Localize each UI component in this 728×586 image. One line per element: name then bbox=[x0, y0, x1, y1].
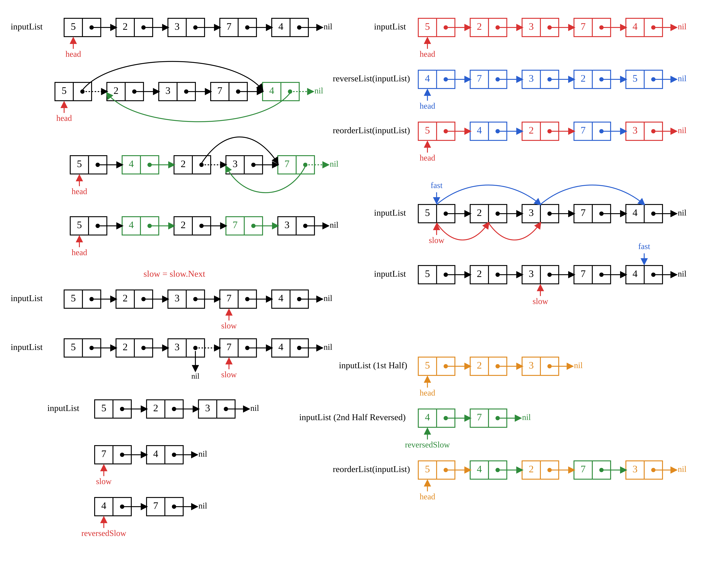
svg-text:3: 3 bbox=[175, 341, 180, 352]
svg-text:5: 5 bbox=[77, 158, 82, 169]
svg-text:5: 5 bbox=[101, 402, 106, 414]
svg-text:7: 7 bbox=[581, 207, 586, 218]
svg-text:3: 3 bbox=[529, 359, 534, 371]
svg-text:inputList: inputList bbox=[374, 208, 406, 218]
svg-text:7: 7 bbox=[227, 292, 232, 303]
svg-text:nil: nil bbox=[678, 464, 686, 474]
node-row: 54273nil bbox=[70, 217, 338, 235]
svg-text:2: 2 bbox=[123, 292, 128, 303]
svg-text:nil: nil bbox=[323, 294, 332, 303]
svg-text:7: 7 bbox=[285, 158, 290, 169]
svg-text:5: 5 bbox=[425, 21, 430, 32]
svg-text:4: 4 bbox=[101, 500, 106, 511]
svg-text:nil: nil bbox=[678, 74, 686, 83]
node-row: 523nil bbox=[418, 357, 583, 375]
svg-text:3: 3 bbox=[233, 158, 238, 169]
svg-text:5: 5 bbox=[425, 268, 430, 279]
svg-text:slow: slow bbox=[429, 236, 444, 245]
svg-text:nil: nil bbox=[199, 501, 207, 510]
node-row: 523nil bbox=[95, 400, 259, 418]
svg-text:reorderList(inputList): reorderList(inputList) bbox=[333, 464, 410, 474]
pointer-label: slow bbox=[532, 285, 548, 306]
node-row: 54273nil bbox=[418, 461, 686, 479]
svg-text:5: 5 bbox=[71, 292, 76, 303]
svg-text:inputList: inputList bbox=[11, 22, 43, 31]
svg-text:inputList (2nd Half Reversed): inputList (2nd Half Reversed) bbox=[299, 412, 406, 422]
svg-text:nil: nil bbox=[191, 372, 200, 380]
svg-text:head: head bbox=[56, 113, 72, 123]
svg-text:slow = slow.Next: slow = slow.Next bbox=[144, 269, 205, 279]
svg-text:2: 2 bbox=[477, 21, 482, 32]
svg-text:2: 2 bbox=[113, 85, 119, 96]
svg-text:reorderList(inputList): reorderList(inputList) bbox=[333, 125, 410, 135]
svg-text:7: 7 bbox=[581, 268, 586, 279]
svg-text:head: head bbox=[420, 101, 435, 110]
svg-text:nil: nil bbox=[330, 159, 338, 168]
svg-text:5: 5 bbox=[77, 219, 82, 230]
svg-text:reverseList(inputList): reverseList(inputList) bbox=[333, 73, 410, 83]
pointer-label: head bbox=[420, 38, 435, 59]
svg-text:head: head bbox=[420, 153, 435, 162]
svg-text:4: 4 bbox=[279, 21, 284, 32]
node-row: 52374nil bbox=[64, 18, 332, 36]
svg-text:5: 5 bbox=[425, 463, 430, 475]
svg-text:5: 5 bbox=[62, 85, 67, 96]
svg-text:4: 4 bbox=[425, 411, 430, 423]
svg-text:3: 3 bbox=[632, 125, 638, 136]
svg-text:inputList: inputList bbox=[47, 403, 79, 413]
svg-text:2: 2 bbox=[153, 402, 158, 414]
svg-text:5: 5 bbox=[425, 125, 430, 136]
svg-text:7: 7 bbox=[581, 21, 586, 32]
svg-text:inputList (1st Half): inputList (1st Half) bbox=[339, 360, 407, 370]
svg-text:nil: nil bbox=[323, 342, 332, 352]
svg-text:nil: nil bbox=[678, 22, 686, 31]
pointer-label: fast bbox=[638, 242, 650, 264]
svg-text:slow: slow bbox=[221, 370, 237, 379]
svg-text:head: head bbox=[420, 49, 435, 59]
svg-text:5: 5 bbox=[71, 21, 76, 32]
svg-text:4: 4 bbox=[129, 158, 134, 169]
svg-text:2: 2 bbox=[529, 125, 534, 136]
svg-text:slow: slow bbox=[221, 321, 237, 330]
pointer-label: head bbox=[66, 38, 81, 59]
svg-text:nil: nil bbox=[250, 403, 259, 412]
svg-text:3: 3 bbox=[165, 85, 171, 96]
svg-text:4: 4 bbox=[632, 268, 638, 279]
svg-text:2: 2 bbox=[123, 21, 128, 32]
svg-text:4: 4 bbox=[425, 73, 430, 84]
svg-text:inputList: inputList bbox=[11, 342, 43, 352]
node-row: 54237nil bbox=[70, 156, 338, 174]
svg-text:4: 4 bbox=[279, 341, 284, 352]
svg-text:4: 4 bbox=[129, 219, 134, 230]
svg-text:7: 7 bbox=[581, 125, 586, 136]
node-row: 52374nil bbox=[418, 18, 686, 36]
linked-list-diagram: inputList52374nilhead52374nilhead54237ni… bbox=[0, 0, 728, 586]
svg-text:7: 7 bbox=[153, 500, 158, 511]
pointer-label: head bbox=[420, 90, 435, 110]
svg-text:5: 5 bbox=[425, 207, 430, 218]
svg-text:7: 7 bbox=[101, 448, 106, 459]
svg-text:4: 4 bbox=[153, 448, 158, 459]
svg-text:3: 3 bbox=[529, 268, 534, 279]
pointer-label: head bbox=[56, 102, 72, 123]
svg-text:2: 2 bbox=[181, 158, 186, 169]
svg-text:3: 3 bbox=[175, 292, 180, 303]
svg-text:7: 7 bbox=[217, 85, 223, 96]
svg-text:5: 5 bbox=[425, 359, 430, 371]
pointer-label: slow bbox=[221, 358, 237, 379]
svg-text:reversedSlow: reversedSlow bbox=[405, 440, 450, 449]
node-row: 52374nil bbox=[418, 266, 686, 284]
svg-text:fast: fast bbox=[638, 242, 650, 251]
svg-text:slow: slow bbox=[96, 477, 111, 486]
svg-text:4: 4 bbox=[632, 21, 638, 32]
svg-text:2: 2 bbox=[477, 207, 482, 218]
svg-text:5: 5 bbox=[632, 73, 638, 84]
svg-text:3: 3 bbox=[529, 207, 534, 218]
svg-text:slow: slow bbox=[532, 297, 548, 306]
svg-text:head: head bbox=[66, 49, 81, 59]
svg-text:inputList: inputList bbox=[374, 22, 406, 31]
svg-text:head: head bbox=[72, 187, 87, 196]
svg-text:nil: nil bbox=[678, 126, 686, 135]
svg-text:2: 2 bbox=[181, 219, 186, 230]
pointer-label: reversedSlow bbox=[405, 429, 450, 449]
